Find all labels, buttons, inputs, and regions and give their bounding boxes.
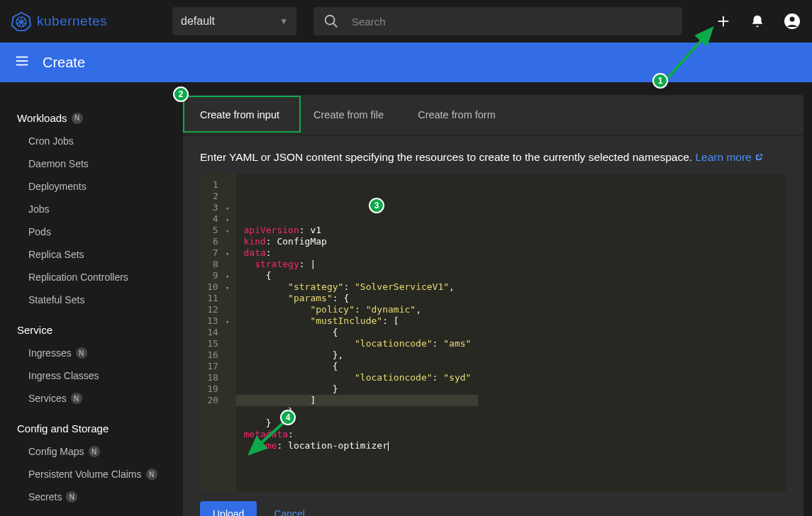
editor-code[interactable]: apiVersion: v1 kind: ConfigMap data: str…	[236, 174, 478, 491]
create-card: Create from input Create from file Creat…	[183, 95, 803, 516]
sidebar-item[interactable]: Ingress Classes	[17, 364, 170, 387]
search-box[interactable]	[313, 7, 682, 35]
sidebar-item[interactable]: Persistent Volume ClaimsN	[17, 463, 170, 486]
sidebar-item[interactable]: Deployments	[17, 175, 170, 198]
svg-line-8	[17, 19, 21, 22]
hamburger-icon	[14, 53, 30, 69]
svg-line-10	[333, 23, 338, 28]
sidebar-item[interactable]: SecretsN	[17, 486, 170, 508]
annotation-marker-2: 2	[173, 86, 189, 102]
search-input[interactable]	[352, 16, 672, 28]
namespace-select[interactable]: default ▼	[172, 7, 296, 35]
sidebar-item[interactable]: Pods	[17, 220, 170, 243]
external-link-icon	[755, 153, 763, 162]
menu-button[interactable]	[14, 53, 30, 72]
tab-form[interactable]: Create from form	[401, 95, 513, 135]
account-icon	[784, 13, 801, 30]
sidebar-item[interactable]: Config MapsN	[17, 440, 170, 463]
svg-line-3	[21, 19, 26, 22]
annotation-marker-1: 1	[652, 73, 668, 89]
annotation-marker-3: 3	[369, 198, 384, 213]
learn-more-link[interactable]: Learn more	[695, 151, 763, 163]
sidebar-item[interactable]: Replication Controllers	[17, 266, 170, 288]
yaml-editor[interactable]: 1 2 3 ▾4 ▾5 ▾6 7 ▾8 9 ▾10 ▾11 12 13 ▾14 …	[200, 174, 786, 491]
namespace-selected: default	[181, 15, 215, 28]
sidebar-heading-workloads[interactable]: Workloads N	[17, 112, 170, 124]
chevron-down-icon: ▼	[279, 16, 288, 26]
instruction-text: Enter YAML or JSON content specifying th…	[183, 135, 803, 174]
svg-point-14	[790, 17, 795, 22]
logo[interactable]: kubernetes	[11, 11, 107, 31]
tabs: Create from input Create from file Creat…	[183, 95, 803, 135]
sidebar: Workloads N Cron JobsDaemon SetsDeployme…	[0, 82, 170, 516]
editor-gutter: 1 2 3 ▾4 ▾5 ▾6 7 ▾8 9 ▾10 ▾11 12 13 ▾14 …	[200, 174, 236, 491]
sidebar-item[interactable]: Daemon Sets	[17, 152, 170, 175]
ns-badge-icon: N	[89, 446, 100, 457]
sidebar-item[interactable]: ServicesN	[17, 387, 170, 410]
topbar: kubernetes default ▼	[0, 0, 812, 43]
sidebar-item[interactable]: Jobs	[17, 198, 170, 220]
ns-badge-icon: N	[146, 469, 157, 480]
svg-point-9	[326, 16, 335, 25]
ns-badge-icon: N	[71, 393, 82, 404]
actions: Upload Cancel	[183, 501, 803, 516]
sidebar-item[interactable]: Replica Sets	[17, 243, 170, 266]
search-icon	[323, 13, 339, 29]
ns-badge-icon: N	[72, 113, 83, 124]
sidebar-item[interactable]: Stateful Sets	[17, 288, 170, 311]
k8s-logo-icon	[11, 11, 31, 31]
sidebar-item[interactable]: Cron Jobs	[17, 130, 170, 152]
ns-badge-icon: N	[76, 347, 87, 359]
page-title: Create	[43, 55, 85, 71]
tab-input[interactable]: Create from input	[183, 95, 296, 135]
create-button[interactable]	[716, 13, 731, 29]
ns-badge-icon: N	[66, 491, 77, 503]
top-actions	[716, 13, 801, 30]
tab-file[interactable]: Create from file	[296, 95, 401, 135]
plus-icon	[716, 13, 731, 29]
brand-text: kubernetes	[37, 13, 107, 29]
bell-icon	[750, 13, 765, 29]
notifications-button[interactable]	[750, 13, 765, 29]
annotation-marker-4: 4	[280, 410, 296, 425]
sidebar-heading-config[interactable]: Config and Storage	[17, 422, 170, 434]
account-button[interactable]	[784, 13, 801, 30]
main: Create from input Create from file Creat…	[170, 82, 812, 516]
sidebar-heading-service[interactable]: Service	[17, 324, 170, 336]
subheader: Create	[0, 43, 812, 82]
cancel-button[interactable]: Cancel	[274, 508, 305, 516]
upload-button[interactable]: Upload	[200, 501, 257, 516]
sidebar-item[interactable]: IngressesN	[17, 342, 170, 364]
